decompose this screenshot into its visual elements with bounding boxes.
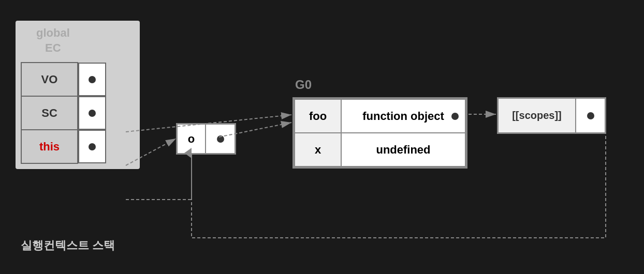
foo-value: function object bbox=[341, 99, 465, 133]
diagram-container: global EC VO SC this o G0 foo bbox=[16, 21, 626, 258]
table-row: x undefined bbox=[295, 133, 465, 166]
function-object-dot bbox=[451, 113, 459, 120]
scopes-dot bbox=[587, 112, 594, 119]
sc-dot bbox=[89, 110, 96, 117]
scopes-label: [[scopes]] bbox=[499, 99, 576, 132]
foo-key: foo bbox=[295, 99, 341, 133]
this-label: this bbox=[21, 130, 78, 163]
global-ec-label: global EC bbox=[36, 26, 70, 55]
table-row: this bbox=[21, 130, 134, 163]
vo-dot bbox=[89, 76, 96, 83]
x-key: x bbox=[295, 133, 341, 166]
obj-dot-cell bbox=[206, 125, 235, 153]
go-table: foo function object x undefined bbox=[294, 99, 466, 167]
vo-dot-cell bbox=[78, 63, 106, 96]
ec-table: VO SC this bbox=[21, 62, 135, 164]
this-dot-cell bbox=[78, 130, 106, 163]
scopes-box: [[scopes]] bbox=[497, 97, 606, 134]
table-row: SC bbox=[21, 96, 134, 130]
scopes-dot-cell bbox=[576, 99, 605, 132]
sc-label: SC bbox=[21, 96, 78, 130]
obj-label: o bbox=[178, 125, 206, 153]
small-obj-box: o bbox=[176, 123, 236, 155]
sc-dot-cell bbox=[78, 96, 106, 130]
obj-dot bbox=[217, 135, 224, 143]
x-value: undefined bbox=[341, 133, 465, 166]
vo-label: VO bbox=[21, 63, 78, 96]
this-dot bbox=[89, 143, 96, 150]
g0-label: G0 bbox=[295, 78, 312, 92]
table-row: foo function object bbox=[295, 99, 465, 133]
go-table-wrapper: foo function object x undefined bbox=[292, 97, 467, 169]
bottom-label: 실행컨텍스트 스택 bbox=[21, 238, 115, 253]
global-ec-wrapper: global EC VO SC this bbox=[16, 21, 140, 169]
table-row: VO bbox=[21, 63, 134, 96]
